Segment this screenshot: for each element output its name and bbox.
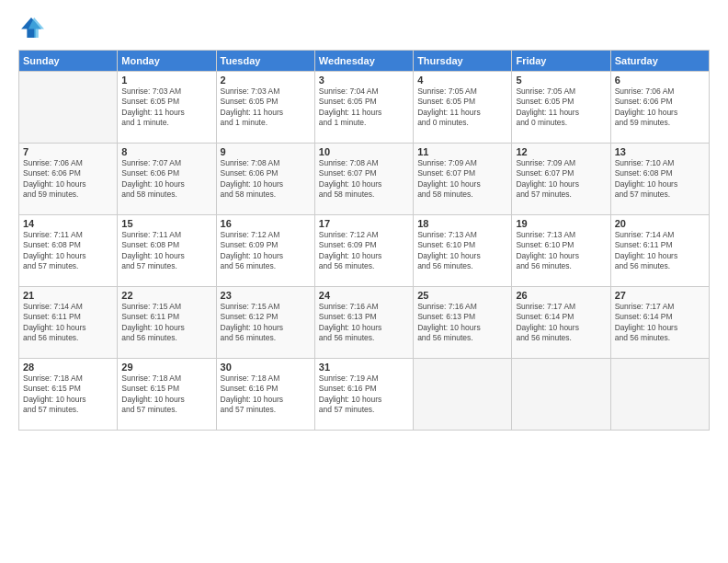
day-number: 23 [221, 290, 311, 301]
day-number: 18 [417, 218, 507, 229]
day-info: Sunrise: 7:13 AMSunset: 6:10 PMDaylight:… [417, 230, 507, 272]
day-number: 30 [221, 362, 311, 373]
day-cell [19, 72, 118, 144]
day-number: 26 [516, 290, 606, 301]
day-number: 7 [23, 146, 113, 157]
day-cell: 24Sunrise: 7:16 AMSunset: 6:13 PMDayligh… [314, 287, 413, 359]
day-info: Sunrise: 7:11 AMSunset: 6:08 PMDaylight:… [121, 230, 211, 272]
day-info: Sunrise: 7:05 AMSunset: 6:05 PMDaylight:… [516, 86, 606, 129]
day-info: Sunrise: 7:06 AMSunset: 6:06 PMDaylight:… [23, 158, 113, 201]
day-number: 2 [221, 75, 311, 86]
day-number: 4 [417, 75, 507, 86]
day-cell: 22Sunrise: 7:15 AMSunset: 6:11 PMDayligh… [118, 287, 216, 359]
day-info: Sunrise: 7:08 AMSunset: 6:07 PMDaylight:… [319, 158, 409, 201]
day-cell [414, 359, 512, 431]
day-cell: 7Sunrise: 7:06 AMSunset: 6:06 PMDaylight… [19, 144, 118, 215]
col-header-monday: Monday [118, 51, 216, 72]
day-cell [512, 359, 610, 431]
day-info: Sunrise: 7:09 AMSunset: 6:07 PMDaylight:… [516, 158, 606, 201]
col-header-thursday: Thursday [414, 51, 512, 72]
day-info: Sunrise: 7:12 AMSunset: 6:09 PMDaylight:… [319, 230, 409, 272]
day-number: 15 [121, 218, 211, 229]
day-cell: 21Sunrise: 7:14 AMSunset: 6:11 PMDayligh… [19, 287, 118, 359]
calendar-page: SundayMondayTuesdayWednesdayThursdayFrid… [0, 0, 728, 563]
day-info: Sunrise: 7:03 AMSunset: 6:05 PMDaylight:… [121, 86, 211, 129]
week-row-4: 21Sunrise: 7:14 AMSunset: 6:11 PMDayligh… [19, 287, 710, 359]
week-row-1: 1Sunrise: 7:03 AMSunset: 6:05 PMDaylight… [19, 72, 710, 144]
day-cell: 23Sunrise: 7:15 AMSunset: 6:12 PMDayligh… [216, 287, 314, 359]
day-cell: 2Sunrise: 7:03 AMSunset: 6:05 PMDaylight… [216, 72, 314, 144]
day-cell: 14Sunrise: 7:11 AMSunset: 6:08 PMDayligh… [19, 215, 118, 287]
day-cell: 25Sunrise: 7:16 AMSunset: 6:13 PMDayligh… [414, 287, 512, 359]
day-cell: 20Sunrise: 7:14 AMSunset: 6:11 PMDayligh… [610, 215, 709, 287]
day-number: 11 [417, 146, 507, 157]
col-header-wednesday: Wednesday [314, 51, 413, 72]
logo-icon [18, 15, 44, 40]
day-info: Sunrise: 7:04 AMSunset: 6:05 PMDaylight:… [319, 86, 409, 129]
logo [18, 15, 46, 40]
day-info: Sunrise: 7:18 AMSunset: 6:16 PMDaylight:… [221, 373, 311, 416]
day-cell: 17Sunrise: 7:12 AMSunset: 6:09 PMDayligh… [314, 215, 413, 287]
week-row-5: 28Sunrise: 7:18 AMSunset: 6:15 PMDayligh… [19, 359, 710, 431]
day-number: 29 [121, 362, 211, 373]
day-number: 16 [221, 218, 311, 229]
day-number: 25 [417, 290, 507, 301]
day-number: 8 [121, 146, 211, 157]
calendar-table: SundayMondayTuesdayWednesdayThursdayFrid… [18, 50, 710, 431]
day-cell: 12Sunrise: 7:09 AMSunset: 6:07 PMDayligh… [512, 144, 610, 215]
day-info: Sunrise: 7:05 AMSunset: 6:05 PMDaylight:… [417, 86, 507, 129]
day-cell: 16Sunrise: 7:12 AMSunset: 6:09 PMDayligh… [216, 215, 314, 287]
day-info: Sunrise: 7:19 AMSunset: 6:16 PMDaylight:… [319, 373, 409, 416]
day-number: 1 [121, 75, 211, 86]
day-cell: 29Sunrise: 7:18 AMSunset: 6:15 PMDayligh… [118, 359, 216, 431]
col-header-sunday: Sunday [19, 51, 118, 72]
day-cell: 30Sunrise: 7:18 AMSunset: 6:16 PMDayligh… [216, 359, 314, 431]
day-number: 27 [615, 290, 705, 301]
day-info: Sunrise: 7:10 AMSunset: 6:08 PMDaylight:… [615, 158, 705, 201]
day-info: Sunrise: 7:14 AMSunset: 6:11 PMDaylight:… [615, 230, 705, 272]
day-cell: 11Sunrise: 7:09 AMSunset: 6:07 PMDayligh… [414, 144, 512, 215]
day-number: 9 [221, 146, 311, 157]
day-info: Sunrise: 7:17 AMSunset: 6:14 PMDaylight:… [516, 302, 606, 344]
day-cell: 9Sunrise: 7:08 AMSunset: 6:06 PMDaylight… [216, 144, 314, 215]
col-header-friday: Friday [512, 51, 610, 72]
day-info: Sunrise: 7:07 AMSunset: 6:06 PMDaylight:… [121, 158, 211, 201]
day-number: 19 [516, 218, 606, 229]
day-number: 22 [121, 290, 211, 301]
day-number: 3 [319, 75, 409, 86]
day-info: Sunrise: 7:12 AMSunset: 6:09 PMDaylight:… [221, 230, 311, 272]
day-info: Sunrise: 7:08 AMSunset: 6:06 PMDaylight:… [221, 158, 311, 201]
col-header-tuesday: Tuesday [216, 51, 314, 72]
day-number: 6 [615, 75, 705, 86]
day-cell: 15Sunrise: 7:11 AMSunset: 6:08 PMDayligh… [118, 215, 216, 287]
day-number: 17 [319, 218, 409, 229]
day-info: Sunrise: 7:13 AMSunset: 6:10 PMDaylight:… [516, 230, 606, 272]
day-number: 28 [23, 362, 113, 373]
day-cell: 31Sunrise: 7:19 AMSunset: 6:16 PMDayligh… [314, 359, 413, 431]
day-number: 5 [516, 75, 606, 86]
day-cell: 27Sunrise: 7:17 AMSunset: 6:14 PMDayligh… [610, 287, 709, 359]
week-row-2: 7Sunrise: 7:06 AMSunset: 6:06 PMDaylight… [19, 144, 710, 215]
day-cell: 13Sunrise: 7:10 AMSunset: 6:08 PMDayligh… [610, 144, 709, 215]
week-row-3: 14Sunrise: 7:11 AMSunset: 6:08 PMDayligh… [19, 215, 710, 287]
day-cell: 3Sunrise: 7:04 AMSunset: 6:05 PMDaylight… [314, 72, 413, 144]
day-cell: 28Sunrise: 7:18 AMSunset: 6:15 PMDayligh… [19, 359, 118, 431]
day-info: Sunrise: 7:17 AMSunset: 6:14 PMDaylight:… [615, 302, 705, 344]
day-info: Sunrise: 7:09 AMSunset: 6:07 PMDaylight:… [417, 158, 507, 201]
day-info: Sunrise: 7:18 AMSunset: 6:15 PMDaylight:… [121, 373, 211, 416]
day-number: 13 [615, 146, 705, 157]
day-number: 21 [23, 290, 113, 301]
day-cell: 1Sunrise: 7:03 AMSunset: 6:05 PMDaylight… [118, 72, 216, 144]
day-info: Sunrise: 7:16 AMSunset: 6:13 PMDaylight:… [417, 302, 507, 344]
day-info: Sunrise: 7:06 AMSunset: 6:06 PMDaylight:… [615, 86, 705, 129]
day-cell [610, 359, 709, 431]
col-header-saturday: Saturday [610, 51, 709, 72]
day-cell: 19Sunrise: 7:13 AMSunset: 6:10 PMDayligh… [512, 215, 610, 287]
day-cell: 26Sunrise: 7:17 AMSunset: 6:14 PMDayligh… [512, 287, 610, 359]
day-number: 10 [319, 146, 409, 157]
day-cell: 18Sunrise: 7:13 AMSunset: 6:10 PMDayligh… [414, 215, 512, 287]
day-info: Sunrise: 7:15 AMSunset: 6:12 PMDaylight:… [221, 302, 311, 344]
day-number: 20 [615, 218, 705, 229]
day-cell: 10Sunrise: 7:08 AMSunset: 6:07 PMDayligh… [314, 144, 413, 215]
day-number: 12 [516, 146, 606, 157]
